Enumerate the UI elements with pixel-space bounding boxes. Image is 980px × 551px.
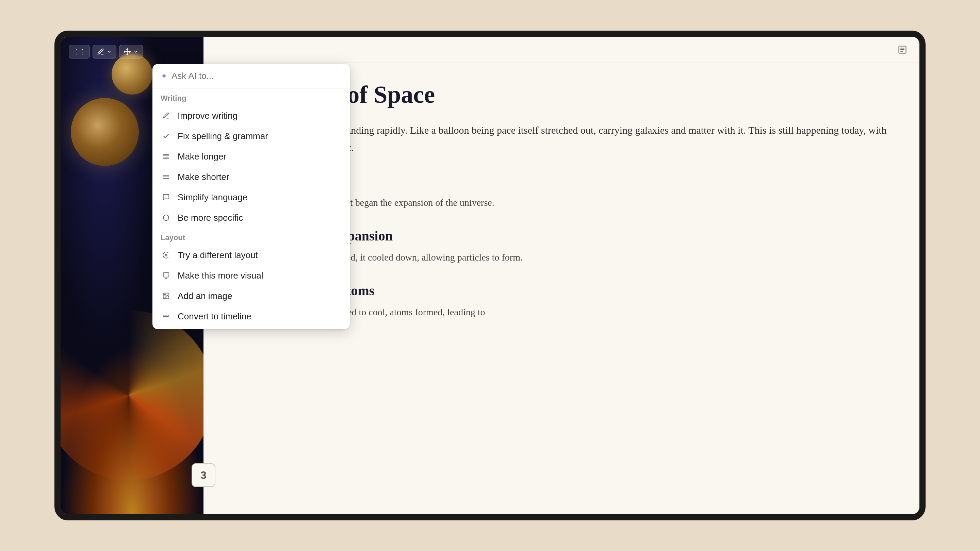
page-badge: 3 xyxy=(192,463,215,487)
chevron-down-icon-2 xyxy=(133,49,138,54)
layout-icon xyxy=(161,250,172,260)
make-visual-label: Make this more visual xyxy=(178,270,263,281)
crosshair-icon xyxy=(161,212,172,223)
svg-rect-19 xyxy=(163,273,169,277)
timeline-icon xyxy=(161,311,172,322)
menu-item-make-shorter[interactable]: Make shorter xyxy=(153,167,350,187)
pen-icon xyxy=(97,48,105,56)
menu-item-simplify[interactable]: Simplify language xyxy=(153,187,350,208)
menu-item-specific[interactable]: Be more specific xyxy=(153,208,350,228)
menu-item-improve-writing[interactable]: Improve writing xyxy=(153,105,350,126)
menu-item-timeline[interactable]: Convert to timeline xyxy=(153,306,350,327)
chevron-down-icon xyxy=(107,49,112,54)
page-number: 3 xyxy=(200,469,207,482)
visual-icon xyxy=(161,270,172,281)
check-icon xyxy=(161,130,172,141)
simplify-label: Simplify language xyxy=(178,192,247,203)
svg-point-24 xyxy=(168,316,169,317)
ai-search-bar: ✦ xyxy=(153,64,350,89)
lines-less-icon xyxy=(161,171,172,182)
svg-point-21 xyxy=(164,294,165,295)
make-longer-label: Make longer xyxy=(178,151,226,162)
fix-spelling-label: Fix spelling & grammar xyxy=(178,131,268,141)
try-layout-label: Try a different layout xyxy=(178,250,258,260)
swirl-overlay2 xyxy=(60,310,204,480)
toolbar: ⋮⋮ xyxy=(69,45,143,59)
ai-dropdown: ✦ Writing Improve writing xyxy=(153,64,350,329)
add-image-label: Add an image xyxy=(178,291,232,301)
make-shorter-label: Make shorter xyxy=(178,172,229,182)
svg-point-22 xyxy=(163,316,165,317)
ai-search-input[interactable] xyxy=(172,71,342,81)
top-bar xyxy=(204,37,920,63)
writing-section-label: Writing xyxy=(153,89,350,105)
move-button[interactable] xyxy=(119,45,143,59)
device-inner: ⋮⋮ xyxy=(60,37,920,514)
pen-button[interactable] xyxy=(92,45,116,59)
layout-section-label: Layout xyxy=(153,228,350,245)
move-icon xyxy=(124,48,131,56)
bubble-icon xyxy=(161,192,172,203)
menu-item-try-layout[interactable]: Try a different layout xyxy=(153,245,350,265)
dots-icon: ⋮⋮ xyxy=(73,48,86,56)
improve-writing-label: Improve writing xyxy=(178,111,237,121)
timeline-label: Convert to timeline xyxy=(178,311,251,322)
doc-icon xyxy=(898,45,907,54)
svg-point-23 xyxy=(165,316,167,317)
pen-writing-icon xyxy=(161,110,172,121)
menu-item-make-longer[interactable]: Make longer xyxy=(153,146,350,167)
image-icon xyxy=(161,291,172,301)
menu-item-add-image[interactable]: Add an image xyxy=(153,286,350,306)
ai-star-icon: ✦ xyxy=(161,71,167,81)
menu-item-fix-spelling[interactable]: Fix spelling & grammar xyxy=(153,126,350,146)
svg-point-18 xyxy=(165,254,167,256)
menu-item-make-visual[interactable]: Make this more visual xyxy=(153,265,350,286)
specific-label: Be more specific xyxy=(178,213,243,223)
device: ⋮⋮ xyxy=(54,30,926,520)
doc-icon-button[interactable] xyxy=(895,42,910,57)
dots-button[interactable]: ⋮⋮ xyxy=(69,45,90,59)
lines-more-icon xyxy=(161,151,172,162)
